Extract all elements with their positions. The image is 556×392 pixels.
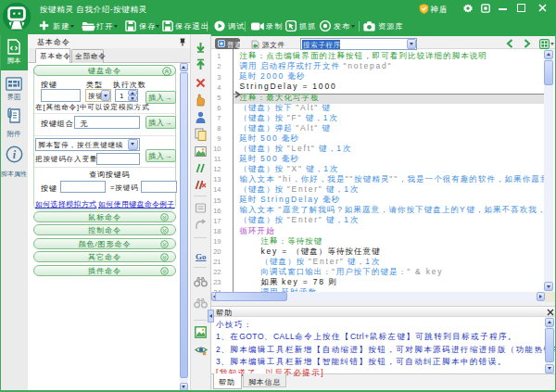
svg-text:i: i xyxy=(13,148,17,161)
